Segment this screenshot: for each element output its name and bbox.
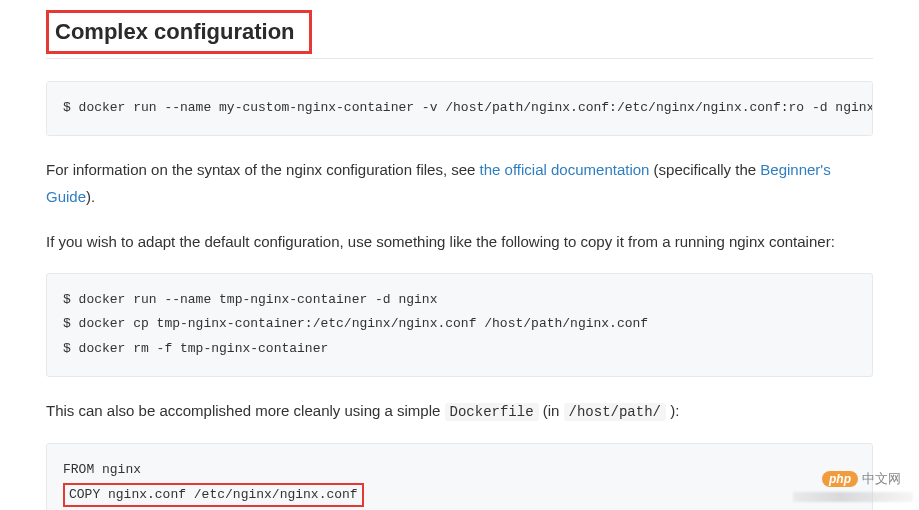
heading-divider xyxy=(46,58,873,59)
link-official-docs[interactable]: the official documentation xyxy=(480,161,650,178)
paragraph-adapt-default: If you wish to adapt the default configu… xyxy=(46,228,873,255)
text-mid: (specifically the xyxy=(649,161,760,178)
paragraph-dockerfile: This can also be accomplished more clean… xyxy=(46,397,873,425)
text-mid-inline: (in xyxy=(539,402,564,419)
text-post: ). xyxy=(86,188,95,205)
heading-highlight-box: Complex configuration xyxy=(46,10,312,54)
dockerfile-line-from: FROM nginx xyxy=(63,462,141,477)
watermark-text: 中文网 xyxy=(862,470,901,488)
dockerfile-copy-highlight: COPY nginx.conf /etc/nginx/nginx.conf xyxy=(63,483,364,508)
paragraph-docs-info: For information on the syntax of the ngi… xyxy=(46,156,873,210)
footer-smudge xyxy=(793,492,913,502)
text-pre-inline: This can also be accomplished more clean… xyxy=(46,402,445,419)
text-pre-link: For information on the syntax of the ngi… xyxy=(46,161,480,178)
inline-code-hostpath: /host/path/ xyxy=(564,403,666,421)
code-block-copy-config: $ docker run --name tmp-nginx-container … xyxy=(46,273,873,377)
text-post-inline: ): xyxy=(666,402,679,419)
section-heading: Complex configuration xyxy=(55,19,295,45)
watermark-logo: php xyxy=(822,471,858,487)
watermark: php 中文网 xyxy=(822,470,901,488)
inline-code-dockerfile: Dockerfile xyxy=(445,403,539,421)
code-block-run-custom: $ docker run --name my-custom-nginx-cont… xyxy=(46,81,873,136)
code-block-dockerfile: FROM nginx COPY nginx.conf /etc/nginx/ng… xyxy=(46,443,873,510)
